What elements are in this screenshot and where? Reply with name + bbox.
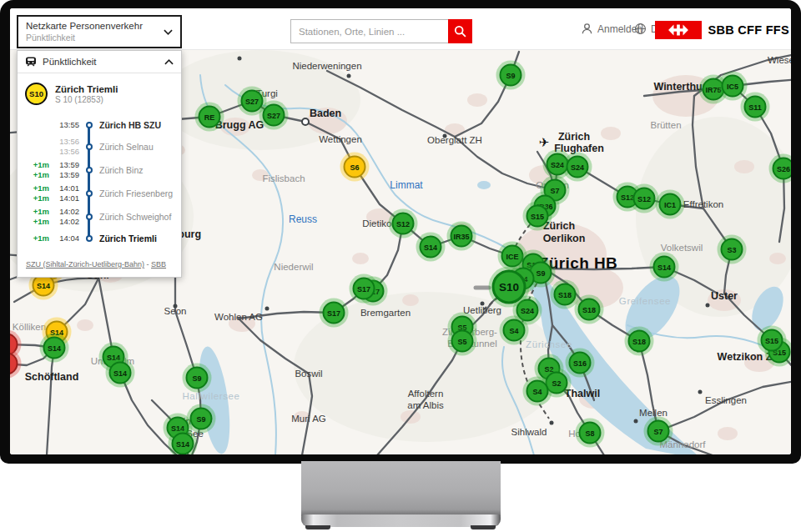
line-badge[interactable]: S6 [344, 156, 366, 178]
selected-train-badge[interactable]: S10 [492, 270, 526, 304]
line-badge[interactable]: S11 [744, 96, 767, 118]
stop-dot [86, 190, 93, 197]
chevron-down-icon [164, 29, 173, 35]
airplane-icon: ✈ [539, 135, 550, 150]
stop-name: Zürich Friesenberg [99, 188, 174, 198]
line-badge[interactable]: ICE [501, 245, 524, 268]
line-badge[interactable]: S14 [420, 236, 442, 258]
line-badge[interactable]: S3 [721, 238, 743, 261]
line-badge[interactable]: IR35 [451, 225, 473, 248]
stop-dot [86, 143, 93, 150]
line-badge[interactable]: S17 [353, 278, 375, 300]
panel-title: Pünktlichkeit [43, 57, 159, 67]
line-badge[interactable]: S9 [500, 64, 522, 87]
line-badge[interactable]: S27 [263, 104, 285, 127]
line-badge[interactable]: S4 [526, 380, 549, 403]
line-badge[interactable]: S18 [554, 284, 577, 306]
panel-footer: SZU (Sihltal-Zürich-Uetliberg-Bahn) - SB… [18, 253, 181, 277]
logo-text: SBB CFF FFS [708, 23, 789, 37]
train-number: S 10 (12853) [55, 95, 118, 104]
search-icon [454, 25, 466, 38]
line-badge[interactable]: S12 [633, 188, 656, 210]
stop-list: 13:55 Zürich HB SZU 13:5613:56 Zürich Se… [18, 108, 181, 253]
line-badge[interactable]: S24 [567, 156, 589, 178]
stop-name: Zürich HB SZU [99, 120, 174, 130]
stop-name: Zürich Selnau [99, 142, 174, 152]
line-badge[interactable]: S16 [569, 352, 592, 374]
line-badge[interactable]: S15 [761, 329, 783, 352]
stop-name: Zürich Triemli [99, 233, 174, 243]
stop-row[interactable]: +1m+1m 14:0114:01 Zürich Friesenberg [18, 182, 181, 205]
line-badge[interactable]: S24 [547, 153, 569, 176]
line-badge[interactable]: S12 [392, 213, 415, 235]
search-input[interactable] [290, 19, 448, 43]
stop-name: Zürich Binz [99, 165, 174, 175]
line-badge[interactable]: IC5 [722, 75, 744, 98]
stop-row[interactable]: 13:5613:56 Zürich Selnau [18, 135, 181, 158]
stop-row[interactable]: +1m 14:04 Zürich Triemli [18, 228, 181, 248]
line-badge[interactable]: S27 [241, 90, 264, 113]
stop-row[interactable]: 13:55 Zürich HB SZU [18, 115, 181, 135]
sbb-logo[interactable]: SBB CFF FFS [655, 21, 789, 39]
search-button[interactable] [448, 19, 472, 43]
sbb-link[interactable]: SBB [151, 260, 166, 269]
screen: ✈ NiederweningenTurgiBrugg AGBadenWettin… [10, 8, 791, 454]
train-summary: S10 Zürich Triemli S 10 (12853) [18, 73, 181, 108]
stop-dot [86, 122, 93, 128]
line-badge[interactable]: S26 [773, 158, 792, 180]
train-line-badge: S10 [25, 83, 48, 105]
line-badge[interactable]: S9 [186, 367, 209, 389]
line-badge[interactable]: S5 [451, 330, 474, 353]
line-badge[interactable]: S18 [578, 299, 601, 321]
page: ✈ NiederweningenTurgiBrugg AGBadenWettin… [0, 0, 801, 532]
stop-name: Zürich Schweighof [99, 212, 174, 222]
panel-header[interactable]: Pünktlichkeit [18, 51, 181, 73]
layer-select-title: Netzkarte Personenverkehr [26, 20, 164, 32]
train-name: Zürich Triemli [55, 84, 118, 94]
line-badge[interactable]: S8 [579, 422, 602, 444]
line-badge[interactable]: S7 [647, 420, 670, 443]
line-badge[interactable]: S18 [628, 330, 651, 353]
line-badge[interactable]: S15 [526, 205, 549, 228]
line-badge[interactable]: S14 [43, 337, 66, 359]
line-badge[interactable]: S14 [172, 433, 194, 455]
line-badge[interactable]: S17 [323, 302, 345, 324]
line-badge[interactable]: S4 [503, 319, 526, 342]
line-badge[interactable]: S14 [109, 362, 132, 384]
layer-select-dropdown[interactable]: Netzkarte Personenverkehr Pünktlichkeit [17, 15, 182, 48]
layer-select-subtitle: Pünktlichkeit [26, 33, 164, 43]
monitor-foot [305, 525, 330, 529]
monitor-foot [471, 525, 496, 529]
stop-dot [86, 213, 93, 220]
operator-link[interactable]: SZU (Sihltal-Zürich-Uetliberg-Bahn) [26, 260, 144, 269]
person-icon [581, 23, 593, 35]
stop-row[interactable]: +1m+1m 13:5913:59 Zürich Binz [18, 158, 181, 182]
stop-row[interactable]: +1m+1m 14:0214:02 Zürich Schweighof [18, 205, 181, 228]
globe-icon [634, 23, 647, 35]
train-icon [25, 57, 37, 67]
footer-separator: - [144, 260, 151, 269]
punctuality-panel: Pünktlichkeit S10 Zürich Triemli S 10 (1… [17, 50, 182, 278]
stop-dot [86, 235, 93, 242]
login-button[interactable]: Anmelden [581, 23, 642, 35]
line-badge[interactable]: IC1 [659, 193, 682, 216]
line-badge[interactable]: S24 [516, 299, 539, 322]
monitor-stand-neck [301, 461, 501, 516]
line-badge[interactable]: RE [199, 106, 221, 128]
line-badge[interactable]: S14 [653, 256, 676, 279]
stop-dot [86, 167, 93, 173]
line-badge[interactable]: S9 [190, 408, 213, 430]
search-bar [290, 19, 472, 43]
sbb-flag-icon [655, 21, 702, 39]
line-badge[interactable]: S2 [546, 372, 568, 394]
chevron-up-icon [164, 59, 174, 65]
